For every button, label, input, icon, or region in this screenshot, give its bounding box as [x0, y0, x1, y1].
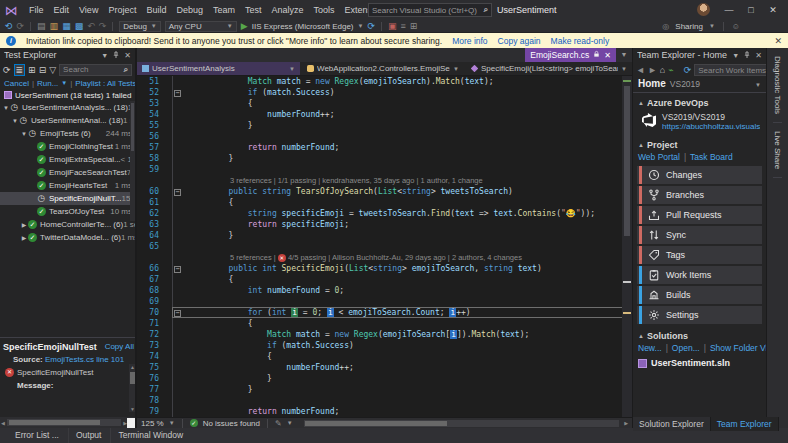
cancel-link[interactable]: Cancel	[4, 79, 29, 88]
test-tree-scrollbar[interactable]	[130, 101, 135, 221]
document-tab[interactable]: EmojiSearch.cs	[525, 48, 616, 62]
code-line[interactable]: 77 }	[137, 384, 632, 395]
navigate-back-icon[interactable]	[5, 20, 13, 32]
open-solution-link[interactable]: Open...	[672, 343, 700, 353]
menu-item-project[interactable]: Project	[103, 0, 141, 20]
live-share-icon[interactable]	[662, 22, 669, 31]
codelens-row[interactable]: 5 references | ✕ 4/5 passing | Allison B…	[137, 252, 632, 263]
project-item-sync[interactable]: Sync	[637, 226, 762, 244]
close-icon[interactable]	[124, 51, 131, 60]
edit-mode-icon[interactable]	[275, 419, 282, 428]
expander-icon[interactable]	[2, 105, 10, 111]
code-line[interactable]: 73 if (match.Success)	[137, 340, 632, 351]
group-by-icon[interactable]	[28, 65, 36, 75]
tab-solution-explorer[interactable]: Solution Explorer	[633, 417, 711, 431]
dismiss-notification-icon[interactable]	[774, 36, 782, 46]
layout-icon[interactable]	[39, 65, 47, 75]
project-item-builds[interactable]: Builds	[637, 286, 762, 304]
open-documents-dropdown-icon[interactable]	[616, 48, 632, 62]
solution-configuration-dropdown[interactable]: Debug	[119, 21, 161, 32]
code-line[interactable]: 56	[137, 131, 632, 142]
account-url-link[interactable]: https://abuchholtzau.visualstudio...	[662, 122, 760, 131]
test-tree-item[interactable]: TwitterDataModel... (6)1 ms	[0, 231, 135, 244]
tab-live-share[interactable]: Live Share	[773, 123, 782, 178]
code-line[interactable]: 70− for (int i = 0; i < emojiToSearch.Co…	[137, 307, 632, 318]
test-tree-item[interactable]: TearsOfJoyTest10 ms	[0, 205, 135, 218]
solutions-section-header[interactable]: Solutions	[633, 326, 766, 343]
undo-icon[interactable]	[87, 20, 95, 32]
code-line[interactable]: 52− if (match.Success)	[137, 87, 632, 98]
close-icon[interactable]	[755, 51, 762, 60]
tab-team-explorer[interactable]: Team Explorer	[711, 417, 779, 431]
make-read-only-link[interactable]: Make read-only	[551, 36, 610, 46]
web-portal-link[interactable]: Web Portal	[638, 152, 680, 162]
fold-collapse-icon[interactable]: −	[174, 266, 181, 273]
test-tree-item[interactable]: EmojiTests (6)244 ms	[0, 127, 135, 140]
find-in-files-icon[interactable]	[410, 20, 418, 32]
code-line[interactable]: 59	[137, 164, 632, 175]
project-item-branches[interactable]: Branches	[637, 186, 762, 204]
start-debugging-icon[interactable]	[241, 20, 248, 32]
copy-all-link[interactable]: Copy All	[105, 342, 134, 352]
close-icon[interactable]	[762, 0, 784, 20]
breadcrumb-method[interactable]: SpecificEmoji(List<string> emojiToSearch…	[466, 62, 632, 75]
test-search-input[interactable]: Search	[59, 64, 132, 76]
expander-icon[interactable]	[11, 118, 19, 124]
project-section-header[interactable]: Project	[633, 135, 766, 152]
task-board-link[interactable]: Task Board	[690, 152, 733, 162]
menu-item-view[interactable]: View	[74, 0, 103, 20]
code-line[interactable]: 55 }	[137, 120, 632, 131]
navigate-forward-icon[interactable]	[17, 20, 25, 32]
code-line[interactable]: 67 {	[137, 274, 632, 285]
azure-devops-section-header[interactable]: Azure DevOps	[633, 93, 766, 110]
hierarchy-view-icon[interactable]	[14, 64, 26, 76]
test-tree-item[interactable]: HomeControllerTe... (6)1 sec	[0, 218, 135, 231]
menu-item-debug[interactable]: Debug	[171, 0, 208, 20]
bottom-tab-terminal-window[interactable]: Terminal Window	[110, 428, 190, 443]
code-area[interactable]: 51 Match match = new Regex(emojiToSearch…	[137, 76, 632, 417]
scroll-left-icon[interactable]	[0, 420, 5, 426]
code-line[interactable]: 78	[137, 395, 632, 406]
sharing-label[interactable]: Sharing	[675, 22, 703, 31]
code-line[interactable]: 61 {	[137, 197, 632, 208]
redo-icon[interactable]	[99, 20, 107, 32]
connect-icon[interactable]	[668, 65, 673, 75]
navigate-forward-icon[interactable]	[648, 65, 657, 75]
menu-item-file[interactable]: File	[24, 0, 49, 20]
source-link[interactable]: EmojiTests.cs line 101	[45, 355, 124, 364]
code-line[interactable]: 69	[137, 296, 632, 307]
test-tree-item[interactable]: SpecificEmojiNullT...153 ms	[0, 192, 135, 205]
bottom-tab-output[interactable]: Output	[68, 428, 109, 443]
fold-collapse-icon[interactable]: −	[174, 310, 181, 317]
chevron-down-icon[interactable]	[169, 420, 175, 426]
code-line[interactable]: 66− public int SpecificEmoji(List<string…	[137, 263, 632, 274]
window-position-icon[interactable]	[101, 52, 108, 59]
tab-diagnostic-tools[interactable]: Diagnostic Tools	[773, 48, 782, 123]
code-line[interactable]: 64 }	[137, 230, 632, 241]
code-line[interactable]: 65	[137, 241, 632, 252]
work-items-search-input[interactable]: Search Work Items	[694, 64, 766, 76]
code-line[interactable]: 54 numberFound++;	[137, 109, 632, 120]
filter-icon[interactable]	[49, 65, 56, 75]
open-file-icon[interactable]	[50, 20, 59, 32]
code-line[interactable]: 72 Match match = new Regex(emojiToSearch…	[137, 329, 632, 340]
codelens-row[interactable]: 3 references | 1/1 passing | kendrahaven…	[137, 175, 632, 186]
minimize-icon[interactable]	[718, 0, 740, 20]
project-item-settings[interactable]: Settings	[637, 306, 762, 324]
navigate-back-icon[interactable]	[636, 65, 645, 75]
chevron-down-icon[interactable]	[61, 80, 67, 86]
project-item-pull-requests[interactable]: Pull Requests	[637, 206, 762, 224]
new-project-icon[interactable]	[37, 20, 46, 32]
bottom-tab-error-list-[interactable]: Error List ...	[8, 428, 66, 443]
playlist-link[interactable]: Playlist : All Tests	[75, 79, 135, 88]
show-folder-view-link[interactable]: Show Folder View	[710, 343, 766, 353]
fold-collapse-icon[interactable]: −	[174, 189, 181, 196]
chevron-down-icon[interactable]	[287, 420, 293, 426]
menu-item-tools[interactable]: Tools	[309, 0, 340, 20]
quick-search-input[interactable]: Search Visual Studio (Ctrl+Q)	[368, 3, 492, 17]
menu-item-build[interactable]: Build	[141, 0, 171, 20]
menu-item-test[interactable]: Test	[240, 0, 267, 20]
run-all-tests-icon[interactable]	[3, 65, 11, 75]
hot-reload-icon[interactable]	[388, 20, 397, 32]
run-link[interactable]: Run...	[37, 79, 58, 88]
